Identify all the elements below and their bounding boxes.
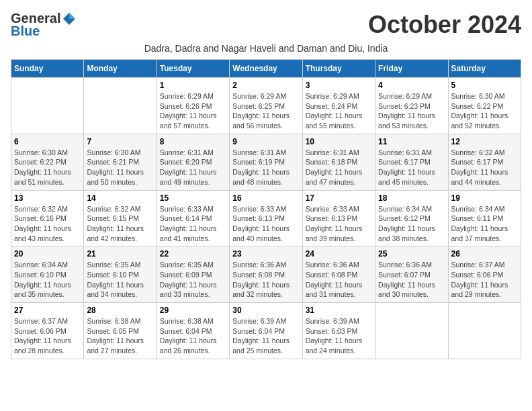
calendar-cell: 16Sunrise: 6:33 AMSunset: 6:13 PMDayligh… bbox=[230, 190, 302, 246]
day-number: 3 bbox=[306, 81, 372, 90]
day-info: Sunrise: 6:33 AMSunset: 6:14 PMDaylight:… bbox=[160, 204, 226, 244]
weekday-header-tuesday: Tuesday bbox=[157, 60, 229, 78]
day-number: 21 bbox=[87, 249, 153, 259]
day-number: 12 bbox=[451, 137, 518, 146]
day-info: Sunrise: 6:37 AMSunset: 6:06 PMDaylight:… bbox=[14, 316, 81, 356]
calendar-cell: 1Sunrise: 6:29 AMSunset: 6:26 PMDaylight… bbox=[157, 78, 229, 134]
subtitle: Dadra, Dadra and Nagar Haveli and Daman … bbox=[11, 43, 521, 54]
calendar-cell: 31Sunrise: 6:39 AMSunset: 6:03 PMDayligh… bbox=[302, 303, 375, 359]
day-number: 20 bbox=[14, 249, 81, 259]
day-info: Sunrise: 6:32 AMSunset: 6:17 PMDaylight:… bbox=[451, 148, 518, 187]
calendar-cell: 18Sunrise: 6:34 AMSunset: 6:12 PMDayligh… bbox=[375, 190, 448, 246]
day-info: Sunrise: 6:35 AMSunset: 6:09 PMDaylight:… bbox=[160, 260, 226, 300]
day-info: Sunrise: 6:34 AMSunset: 6:10 PMDaylight:… bbox=[14, 260, 81, 300]
day-info: Sunrise: 6:32 AMSunset: 6:16 PMDaylight:… bbox=[14, 204, 81, 244]
calendar-cell bbox=[84, 78, 157, 134]
day-info: Sunrise: 6:39 AMSunset: 6:03 PMDaylight:… bbox=[306, 316, 372, 356]
day-number: 27 bbox=[14, 306, 81, 315]
calendar-cell bbox=[448, 303, 521, 359]
day-info: Sunrise: 6:29 AMSunset: 6:23 PMDaylight:… bbox=[378, 91, 445, 131]
weekday-header-monday: Monday bbox=[84, 60, 157, 78]
calendar-cell: 6Sunrise: 6:30 AMSunset: 6:22 PMDaylight… bbox=[11, 134, 84, 190]
svg-marker-1 bbox=[69, 13, 75, 19]
day-info: Sunrise: 6:35 AMSunset: 6:10 PMDaylight:… bbox=[87, 260, 153, 300]
day-info: Sunrise: 6:29 AMSunset: 6:26 PMDaylight:… bbox=[160, 91, 226, 131]
day-number: 22 bbox=[160, 249, 226, 259]
calendar-cell: 17Sunrise: 6:33 AMSunset: 6:13 PMDayligh… bbox=[302, 190, 375, 246]
calendar-cell: 11Sunrise: 6:31 AMSunset: 6:17 PMDayligh… bbox=[375, 134, 448, 190]
calendar-cell: 21Sunrise: 6:35 AMSunset: 6:10 PMDayligh… bbox=[84, 246, 157, 303]
calendar-cell: 4Sunrise: 6:29 AMSunset: 6:23 PMDaylight… bbox=[375, 78, 448, 134]
day-number: 26 bbox=[451, 249, 518, 259]
day-number: 10 bbox=[306, 137, 372, 146]
day-number: 29 bbox=[160, 306, 226, 315]
day-info: Sunrise: 6:33 AMSunset: 6:13 PMDaylight:… bbox=[306, 204, 372, 244]
calendar-cell: 22Sunrise: 6:35 AMSunset: 6:09 PMDayligh… bbox=[157, 246, 229, 303]
calendar-cell: 26Sunrise: 6:37 AMSunset: 6:06 PMDayligh… bbox=[448, 246, 521, 303]
day-number: 9 bbox=[232, 137, 299, 146]
calendar-cell: 19Sunrise: 6:34 AMSunset: 6:11 PMDayligh… bbox=[448, 190, 521, 246]
day-number: 15 bbox=[160, 193, 226, 203]
day-info: Sunrise: 6:31 AMSunset: 6:17 PMDaylight:… bbox=[378, 148, 445, 187]
calendar-cell: 14Sunrise: 6:32 AMSunset: 6:15 PMDayligh… bbox=[84, 190, 157, 246]
day-info: Sunrise: 6:29 AMSunset: 6:25 PMDaylight:… bbox=[232, 91, 299, 131]
day-number: 25 bbox=[378, 249, 445, 259]
day-number: 5 bbox=[451, 81, 518, 90]
day-info: Sunrise: 6:36 AMSunset: 6:08 PMDaylight:… bbox=[306, 260, 372, 300]
calendar-cell: 13Sunrise: 6:32 AMSunset: 6:16 PMDayligh… bbox=[11, 190, 84, 246]
weekday-header-thursday: Thursday bbox=[302, 60, 375, 78]
day-info: Sunrise: 6:31 AMSunset: 6:19 PMDaylight:… bbox=[232, 148, 299, 187]
day-number: 6 bbox=[14, 137, 81, 146]
weekday-header-wednesday: Wednesday bbox=[230, 60, 302, 78]
day-info: Sunrise: 6:37 AMSunset: 6:06 PMDaylight:… bbox=[451, 260, 518, 300]
logo: General Blue bbox=[11, 11, 77, 39]
calendar-cell: 9Sunrise: 6:31 AMSunset: 6:19 PMDaylight… bbox=[230, 134, 302, 190]
calendar-table: SundayMondayTuesdayWednesdayThursdayFrid… bbox=[11, 59, 521, 359]
day-info: Sunrise: 6:33 AMSunset: 6:13 PMDaylight:… bbox=[232, 204, 299, 244]
weekday-header-sunday: Sunday bbox=[11, 60, 84, 78]
logo-blue: Blue bbox=[11, 24, 40, 39]
calendar-cell: 20Sunrise: 6:34 AMSunset: 6:10 PMDayligh… bbox=[11, 246, 84, 303]
calendar-cell bbox=[11, 78, 84, 134]
calendar-cell: 12Sunrise: 6:32 AMSunset: 6:17 PMDayligh… bbox=[448, 134, 521, 190]
month-title: October 2024 bbox=[368, 11, 521, 39]
day-number: 2 bbox=[232, 81, 299, 90]
day-number: 18 bbox=[378, 193, 445, 203]
calendar-cell: 24Sunrise: 6:36 AMSunset: 6:08 PMDayligh… bbox=[302, 246, 375, 303]
day-info: Sunrise: 6:36 AMSunset: 6:07 PMDaylight:… bbox=[378, 260, 445, 300]
day-number: 7 bbox=[87, 137, 153, 146]
day-info: Sunrise: 6:30 AMSunset: 6:22 PMDaylight:… bbox=[451, 91, 518, 131]
weekday-header-friday: Friday bbox=[375, 60, 448, 78]
day-info: Sunrise: 6:39 AMSunset: 6:04 PMDaylight:… bbox=[232, 316, 299, 356]
day-number: 11 bbox=[378, 137, 445, 146]
day-info: Sunrise: 6:32 AMSunset: 6:15 PMDaylight:… bbox=[87, 204, 153, 244]
calendar-cell: 2Sunrise: 6:29 AMSunset: 6:25 PMDaylight… bbox=[230, 78, 302, 134]
day-number: 1 bbox=[160, 81, 226, 90]
calendar-cell: 8Sunrise: 6:31 AMSunset: 6:20 PMDaylight… bbox=[157, 134, 229, 190]
day-info: Sunrise: 6:34 AMSunset: 6:12 PMDaylight:… bbox=[378, 204, 445, 244]
day-number: 24 bbox=[306, 249, 372, 259]
day-number: 23 bbox=[232, 249, 299, 259]
day-number: 17 bbox=[306, 193, 372, 203]
calendar-cell: 30Sunrise: 6:39 AMSunset: 6:04 PMDayligh… bbox=[230, 303, 302, 359]
calendar-cell: 15Sunrise: 6:33 AMSunset: 6:14 PMDayligh… bbox=[157, 190, 229, 246]
day-number: 14 bbox=[87, 193, 153, 203]
day-number: 13 bbox=[14, 193, 81, 203]
day-info: Sunrise: 6:38 AMSunset: 6:04 PMDaylight:… bbox=[160, 316, 226, 356]
day-number: 8 bbox=[160, 137, 226, 146]
day-info: Sunrise: 6:36 AMSunset: 6:08 PMDaylight:… bbox=[232, 260, 299, 300]
calendar-cell bbox=[375, 303, 448, 359]
calendar-cell: 27Sunrise: 6:37 AMSunset: 6:06 PMDayligh… bbox=[11, 303, 84, 359]
day-info: Sunrise: 6:38 AMSunset: 6:05 PMDaylight:… bbox=[87, 316, 153, 356]
day-info: Sunrise: 6:30 AMSunset: 6:22 PMDaylight:… bbox=[14, 148, 81, 187]
day-number: 16 bbox=[232, 193, 299, 203]
day-number: 31 bbox=[306, 306, 372, 315]
day-number: 30 bbox=[232, 306, 299, 315]
header: General Blue October 2024 bbox=[11, 11, 521, 39]
calendar-cell: 3Sunrise: 6:29 AMSunset: 6:24 PMDaylight… bbox=[302, 78, 375, 134]
logo-icon bbox=[62, 11, 77, 26]
day-info: Sunrise: 6:30 AMSunset: 6:21 PMDaylight:… bbox=[87, 148, 153, 187]
day-info: Sunrise: 6:29 AMSunset: 6:24 PMDaylight:… bbox=[306, 91, 372, 131]
day-number: 19 bbox=[451, 193, 518, 203]
calendar-cell: 5Sunrise: 6:30 AMSunset: 6:22 PMDaylight… bbox=[448, 78, 521, 134]
